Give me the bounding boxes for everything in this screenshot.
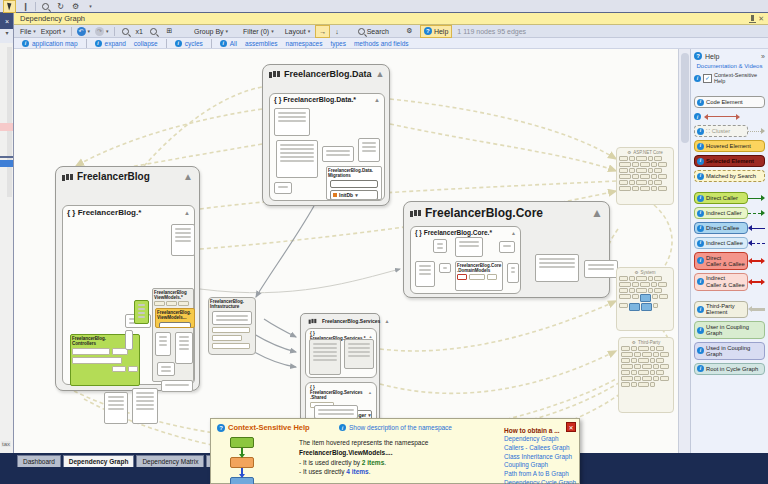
panel-close-icon[interactable]: ×	[0, 13, 14, 29]
mini-node[interactable]	[507, 263, 519, 283]
node-freelancerblog-data[interactable]: FreelancerBlog.Data ▲ { } FreelancerBlog…	[262, 64, 390, 206]
layout-menu[interactable]: Layout▾	[285, 28, 311, 35]
mini-node[interactable]	[650, 382, 655, 387]
mini-node[interactable]	[212, 335, 242, 341]
mini-node[interactable]	[638, 382, 649, 387]
mini-node[interactable]	[651, 162, 657, 167]
mini-node[interactable]	[656, 370, 664, 375]
tab-dependency-matrix[interactable]: Dependency Matrix	[136, 455, 204, 467]
mini-node[interactable]	[621, 352, 633, 357]
mini-node[interactable]	[654, 276, 662, 281]
cycles-link[interactable]: icycles	[175, 40, 203, 47]
left-docked-panel-sliver[interactable]: × ▾ tax	[0, 13, 14, 456]
mini-node[interactable]	[653, 376, 659, 381]
collapse-link[interactable]: collapse	[134, 40, 158, 47]
mini-node[interactable]	[648, 156, 653, 161]
canvas-vertical-scrollbar[interactable]	[678, 49, 690, 455]
node-freelancerblog[interactable]: FreelancerBlog ▲ { } FreelancerBlog.* ▲ …	[55, 166, 200, 391]
mini-node[interactable]	[660, 376, 669, 381]
mini-node[interactable]	[415, 261, 435, 287]
pin-icon[interactable]	[751, 15, 754, 21]
mini-node[interactable]	[104, 392, 128, 424]
node-freelancerblog-data-ns[interactable]: { } FreelancerBlog.Data.* ▲ FreelancerBl…	[269, 93, 385, 201]
panel-selected-row[interactable]	[0, 160, 14, 167]
expand-link[interactable]: iexpand	[95, 40, 126, 47]
mini-node[interactable]	[648, 180, 653, 185]
mini-node[interactable]	[640, 294, 651, 302]
show-description-link[interactable]: i Show description of the namespace	[339, 424, 452, 431]
mini-node[interactable]	[621, 358, 630, 363]
cluster-aspnet-core[interactable]: ⚙ASP.NET Core	[616, 147, 674, 205]
mini-node[interactable]	[636, 288, 647, 293]
mini-node[interactable]	[619, 303, 628, 308]
close-icon[interactable]: ✕	[758, 15, 764, 23]
mini-node[interactable]	[358, 138, 380, 162]
link-coupling-graph[interactable]: Coupling Graph	[504, 461, 578, 470]
hovered-node-viewmodels[interactable]: FreelancerBlog. ViewModels...	[155, 308, 195, 328]
documentation-videos-link[interactable]: Documentation & Videos	[694, 63, 765, 69]
help-button[interactable]: ?Help	[420, 25, 452, 38]
mini-node[interactable]	[638, 370, 649, 375]
mini-node[interactable]	[658, 174, 667, 179]
mini-node[interactable]	[632, 282, 639, 287]
collapse-triangle-icon[interactable]: ▲	[369, 334, 373, 339]
mini-node[interactable]	[155, 332, 171, 356]
mini-node[interactable]	[629, 288, 635, 293]
mini-node[interactable]	[654, 168, 662, 173]
collapse-triangle-icon[interactable]: ▲	[511, 230, 516, 236]
context-help-checkbox[interactable]: ✓	[703, 74, 712, 83]
mini-node[interactable]	[636, 276, 647, 281]
mini-node[interactable]	[629, 168, 635, 173]
mini-node[interactable]	[212, 343, 250, 349]
mini-node[interactable]	[619, 180, 628, 185]
gear-icon[interactable]: ⚙	[70, 1, 81, 12]
mini-node[interactable]	[619, 276, 628, 281]
mini-node[interactable]	[175, 332, 193, 364]
mini-node[interactable]	[161, 380, 193, 392]
mini-node[interactable]	[433, 239, 447, 253]
mini-node[interactable]	[112, 366, 126, 372]
mini-node[interactable]	[651, 282, 657, 287]
settings-gear-icon[interactable]: ⚙	[404, 26, 415, 37]
mini-node[interactable]	[640, 186, 650, 191]
node-initdb[interactable]: InitDb▾	[330, 190, 378, 200]
node-freelancerblog-core[interactable]: FreelancerBlog.Core ▲ { } FreelancerBlog…	[403, 201, 610, 298]
mini-node[interactable]	[619, 186, 631, 191]
mini-node[interactable]	[656, 358, 664, 363]
mini-node[interactable]	[636, 168, 647, 173]
mini-node[interactable]	[632, 186, 639, 191]
mini-node[interactable]	[159, 322, 191, 328]
collapse-triangle-icon[interactable]: ▲	[591, 206, 603, 220]
mini-node[interactable]	[638, 358, 649, 363]
filter-menu[interactable]: Filter (0)▾	[243, 28, 274, 35]
mini-node[interactable]	[330, 180, 378, 188]
link-class-inheritance-graph[interactable]: Class Inheritance Graph	[504, 453, 578, 462]
collapse-triangle-icon[interactable]: ▲	[368, 390, 372, 395]
mini-node[interactable]	[322, 146, 354, 162]
mini-node[interactable]	[658, 162, 667, 167]
mini-node[interactable]	[651, 174, 657, 179]
mini-node[interactable]	[274, 108, 310, 136]
mini-node[interactable]	[584, 260, 618, 278]
mini-node[interactable]	[650, 370, 655, 375]
mini-node[interactable]	[651, 186, 657, 191]
collapse-triangle-icon[interactable]: ▲	[384, 318, 389, 324]
mini-node[interactable]	[171, 224, 195, 256]
mini-node[interactable]	[636, 180, 647, 185]
all-link[interactable]: iAll	[220, 40, 237, 47]
mini-node[interactable]	[642, 352, 652, 357]
search-icon[interactable]	[40, 1, 51, 12]
link-path-a-to-b-graph[interactable]: Path from A to B Graph	[504, 470, 578, 479]
refresh-icon[interactable]: ↻	[55, 1, 66, 12]
mini-node[interactable]	[656, 346, 664, 351]
mini-node[interactable]	[439, 263, 451, 273]
mini-node[interactable]	[660, 352, 669, 357]
mini-node[interactable]	[157, 362, 175, 376]
mini-node[interactable]	[634, 352, 641, 357]
mini-node[interactable]	[132, 388, 158, 424]
node-core-domainmodels[interactable]: FreelancerBlog.Core .DomainModels	[455, 261, 503, 291]
mini-node[interactable]	[619, 156, 628, 161]
mini-node[interactable]	[632, 174, 639, 179]
direct-caller-mini-node[interactable]	[134, 300, 149, 324]
mini-node[interactable]	[166, 301, 177, 306]
